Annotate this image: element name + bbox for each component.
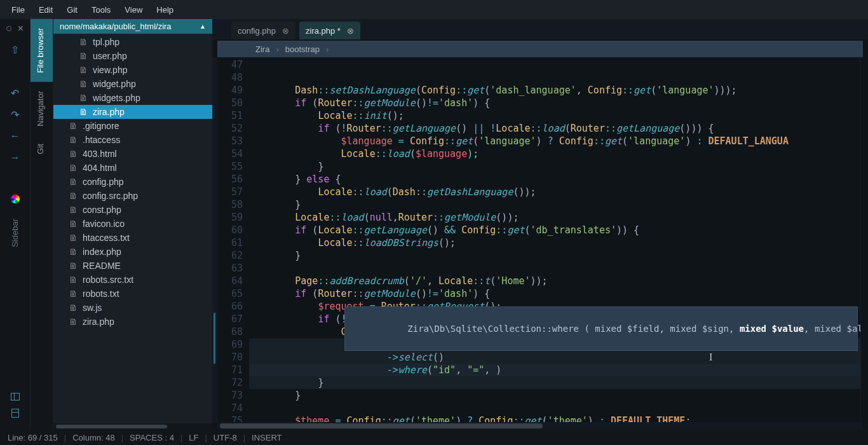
file-item[interactable]: 🗎user.php [53, 49, 212, 63]
code-editor[interactable]: 4748495051525354555657585960616263646566… [212, 57, 868, 422]
file-browser-path[interactable]: nome/makaka/public_html/zira▲ [53, 19, 212, 34]
menu-file[interactable]: File [5, 3, 31, 17]
file-browser: nome/makaka/public_html/zira▲ 🗎tpl.php🗎u… [53, 19, 212, 430]
file-icon: 🗎 [69, 261, 79, 271]
statusbar: Line: 69 / 315| Column: 48| SPACES : 4| … [0, 430, 868, 445]
panel-tabs: File browser Navigator Git [31, 19, 53, 430]
file-item[interactable]: 🗎403.html [53, 147, 212, 161]
breadcrumb[interactable]: Zira› bootstrap› [217, 41, 863, 57]
close-icon[interactable]: × [18, 23, 24, 34]
file-item[interactable]: 🗎const.php [53, 203, 212, 217]
status-line[interactable]: Line: 69 / 315 [8, 433, 58, 442]
layout-icon-2[interactable] [11, 409, 19, 418]
file-icon: 🗎 [69, 219, 79, 229]
undo-icon[interactable]: ↶ [9, 86, 22, 99]
file-icon: 🗎 [79, 107, 89, 117]
file-icon: 🗎 [79, 37, 89, 47]
file-item[interactable]: 🗎sw.js [53, 301, 212, 315]
menu-git[interactable]: Git [60, 3, 84, 17]
file-icon: 🗎 [79, 65, 89, 75]
file-icon: 🗎 [69, 233, 79, 243]
status-encoding[interactable]: UTF-8 [214, 433, 237, 442]
file-item[interactable]: 🗎favicon.ico [53, 217, 212, 231]
file-icon: 🗎 [69, 191, 79, 201]
chevron-up-icon[interactable]: ▲ [200, 23, 206, 30]
parameter-hint-tooltip: Zira\Db\Sqlite\Collection::where ( mixed… [344, 306, 858, 351]
file-icon: 🗎 [79, 79, 89, 89]
file-item[interactable]: 🗎robots.src.txt [53, 273, 212, 287]
file-icon: 🗎 [79, 93, 89, 103]
status-indent[interactable]: SPACES : 4 [130, 433, 174, 442]
color-palette-icon[interactable] [11, 195, 20, 203]
file-icon: 🗎 [69, 247, 79, 257]
file-item[interactable]: 🗎README [53, 259, 212, 273]
status-eol[interactable]: LF [189, 433, 198, 442]
menu-view[interactable]: View [118, 3, 149, 17]
file-icon: 🗎 [69, 121, 79, 131]
menu-edit[interactable]: Edit [32, 3, 59, 17]
redo-icon[interactable]: ↷ [9, 108, 22, 121]
file-icon: 🗎 [69, 289, 79, 299]
file-item[interactable]: 🗎config.src.php [53, 189, 212, 203]
editor-tabs: config.php⊗zira.php *⊗ [212, 19, 868, 39]
file-item[interactable]: 🗎tpl.php [53, 35, 212, 49]
left-icon-strip: × ⇧ ↶ ↷ ← → Sidebar [0, 19, 31, 430]
upload-icon[interactable]: ⇧ [9, 43, 22, 56]
close-icon[interactable]: ⊗ [282, 26, 289, 36]
menubar: File Edit Git Tools View Help [0, 0, 868, 19]
file-icon: 🗎 [69, 177, 79, 187]
panel-tab-git[interactable]: Git [31, 135, 53, 163]
file-icon: 🗎 [79, 51, 89, 61]
editor-tab[interactable]: zira.php *⊗ [299, 22, 360, 39]
layout-icon-1[interactable] [11, 393, 20, 400]
file-icon: 🗎 [69, 135, 79, 145]
status-mode[interactable]: INSERT [252, 433, 281, 442]
editor-h-scroll[interactable] [217, 422, 863, 430]
file-icon: 🗎 [69, 275, 79, 285]
sidebar-label: Sidebar [10, 212, 20, 254]
file-item[interactable]: 🗎zira.php [53, 105, 212, 119]
chevron-right-icon: › [276, 44, 278, 54]
panel-tab-file-browser[interactable]: File browser [31, 19, 53, 82]
minimap[interactable] [860, 57, 868, 422]
file-item[interactable]: 🗎view.php [53, 63, 212, 77]
code-content[interactable]: Dash::setDashLanguage(Config::get('dash_… [249, 57, 860, 422]
dot-icon [6, 26, 11, 31]
text-cursor-icon: I [709, 351, 712, 364]
menu-help[interactable]: Help [150, 3, 180, 17]
panel-tab-navigator[interactable]: Navigator [31, 82, 53, 135]
file-list[interactable]: 🗎tpl.php🗎user.php🗎view.php🗎widget.php🗎wi… [53, 34, 212, 423]
menu-tools[interactable]: Tools [85, 3, 117, 17]
file-item[interactable]: 🗎.htaccess [53, 133, 212, 147]
file-icon: 🗎 [69, 317, 79, 327]
line-gutter: 4748495051525354555657585960616263646566… [217, 57, 249, 422]
status-column[interactable]: Column: 48 [72, 433, 114, 442]
file-icon: 🗎 [69, 303, 79, 313]
file-icon: 🗎 [69, 205, 79, 215]
file-item[interactable]: 🗎config.php [53, 175, 212, 189]
file-item[interactable]: 🗎htaccess.txt [53, 231, 212, 245]
file-icon: 🗎 [69, 163, 79, 173]
file-item[interactable]: 🗎404.html [53, 161, 212, 175]
file-item[interactable]: 🗎widgets.php [53, 91, 212, 105]
file-icon: 🗎 [69, 149, 79, 159]
forward-icon[interactable]: → [9, 151, 22, 164]
file-item[interactable]: 🗎.gitignore [53, 119, 212, 133]
back-icon[interactable]: ← [9, 130, 22, 142]
file-item[interactable]: 🗎index.php [53, 245, 212, 259]
file-item[interactable]: 🗎widget.php [53, 77, 212, 91]
file-item[interactable]: 🗎robots.txt [53, 287, 212, 301]
editor-area: config.php⊗zira.php *⊗ Zira› bootstrap› … [212, 19, 868, 430]
editor-tab[interactable]: config.php⊗ [231, 22, 295, 39]
file-browser-h-scroll[interactable] [53, 423, 212, 430]
chevron-right-icon: › [326, 44, 329, 54]
file-item[interactable]: 🗎zira.php [53, 315, 212, 329]
close-icon[interactable]: ⊗ [347, 26, 354, 36]
